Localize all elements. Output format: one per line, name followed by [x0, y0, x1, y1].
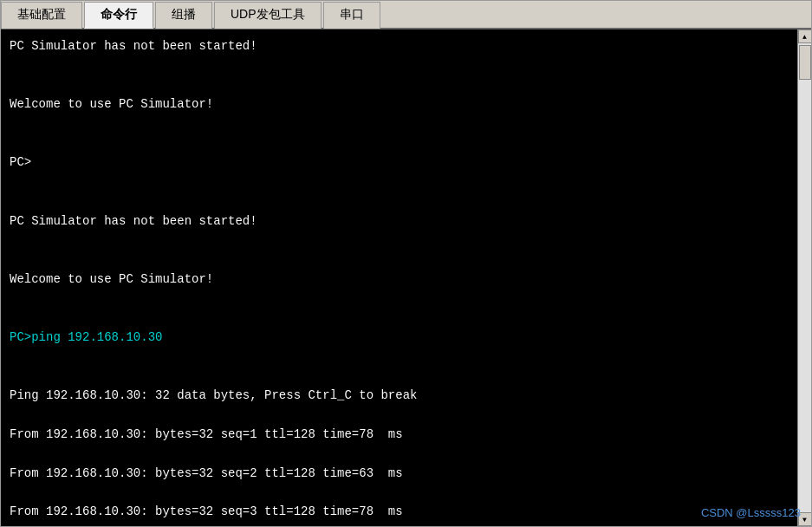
tab-bar: 基础配置 命令行 组播 UDP发包工具 串口	[1, 1, 811, 29]
app-container: 基础配置 命令行 组播 UDP发包工具 串口 PC Simulator has …	[0, 0, 812, 527]
tab-cmd[interactable]: 命令行	[84, 2, 153, 29]
scrollbar[interactable]: ▲ ▼	[797, 29, 811, 526]
tab-udp[interactable]: UDP发包工具	[214, 2, 322, 29]
terminal-wrapper: PC Simulator has not been started! Welco…	[1, 29, 811, 526]
scrollbar-track	[798, 43, 811, 512]
scrollbar-thumb[interactable]	[799, 45, 811, 80]
terminal-output[interactable]: PC Simulator has not been started! Welco…	[1, 29, 797, 526]
tab-multicast[interactable]: 组播	[155, 2, 212, 29]
tab-basic[interactable]: 基础配置	[1, 2, 82, 29]
tab-serial[interactable]: 串口	[323, 2, 380, 29]
scrollbar-up-btn[interactable]: ▲	[798, 29, 812, 43]
watermark: CSDN @Lsssss123	[701, 506, 801, 519]
